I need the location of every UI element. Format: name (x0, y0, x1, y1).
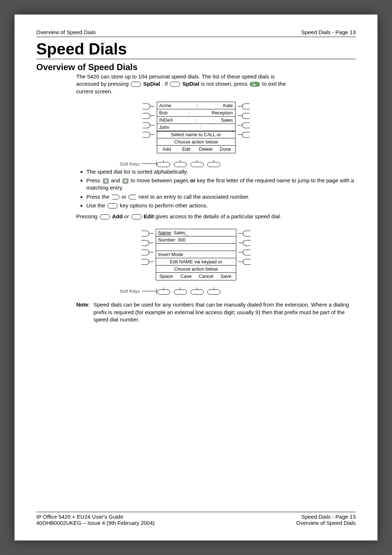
connector-line (149, 230, 154, 237)
right-of-display-button-icon (112, 195, 119, 199)
softkey-buttons (157, 162, 220, 166)
bullet-text: next to an entry to call the associated … (138, 194, 249, 200)
softkey-label: Space (156, 273, 176, 280)
softkey-icon (157, 162, 170, 166)
text: or (124, 213, 131, 219)
bullet-text: or (122, 194, 128, 200)
screen-msg: Select name to CALL or (171, 132, 221, 137)
exit-icon (250, 82, 260, 87)
page-right-icon (122, 178, 128, 184)
connector-line (238, 239, 243, 247)
cell: INDeX (159, 117, 173, 123)
softkey-icon (191, 162, 203, 166)
name-field-label: Name (158, 230, 171, 235)
cell: John (159, 125, 170, 130)
intro-line1: The 5420 can store up to 104 personal sp… (76, 73, 275, 80)
bullet-bold: or (190, 177, 196, 183)
line-button-icon (243, 231, 250, 236)
page-header: Overview of Speed Dials Speed Dials - Pa… (36, 29, 356, 37)
softkey-icon (100, 214, 110, 219)
line-button-icon (143, 132, 150, 138)
text: gives access to the details of a particu… (155, 213, 281, 219)
line-button-icon (143, 122, 150, 128)
bullet-item: The speed dial list is sorted alphabetic… (86, 168, 356, 175)
note-body: Speed dials can be used for any numbers … (94, 301, 356, 323)
line-button-icon (243, 240, 250, 246)
content-area: Speed Dials Overview of Speed Dials The … (36, 39, 356, 507)
page: Overview of Speed Dials Speed Dials - Pa… (15, 15, 377, 540)
softkeys-row-2: Soft Keys (120, 288, 220, 294)
line-button-icon (243, 259, 250, 265)
cell-dots: : (196, 103, 198, 108)
line-button-icon (142, 240, 149, 246)
softkey-label: Add (157, 146, 177, 153)
line-button-icon (243, 250, 250, 255)
softkey-icon (207, 289, 220, 293)
header-left: Overview of Speed Dials (36, 29, 96, 35)
left-button-column (143, 102, 155, 153)
connector-line (150, 103, 155, 110)
number-field: Number: 300 (158, 237, 185, 243)
connector-line (150, 122, 155, 129)
leader-line (142, 163, 156, 164)
connector-line (238, 103, 242, 110)
softkey-label: Edit (176, 146, 196, 153)
bullet-text: The speed dial list is sorted alphabetic… (86, 169, 188, 175)
line-button-icon (143, 113, 150, 119)
line-button-icon (242, 104, 250, 109)
footer-left-2: 40DHB0002UKEG – Issue 4 (9th February 20… (36, 520, 155, 526)
connector-line (149, 258, 154, 266)
section-subtitle: Overview of Speed Dials (36, 62, 356, 72)
bullet-item: Press and to move between pages or key t… (86, 177, 356, 192)
display-diagram-1: Acme:Kate Bob:Reception INDeX:Sales John… (36, 95, 356, 167)
connector-line (238, 249, 243, 256)
line-button-icon (242, 132, 250, 138)
line-button-icon (242, 122, 250, 128)
cell: Kate (223, 103, 233, 108)
add-label: Add (112, 213, 123, 219)
softkey-label: Cancel (196, 273, 216, 280)
cell: Reception (212, 110, 233, 116)
spdial-label-2: SpDial (182, 81, 199, 87)
softkey-icon (191, 289, 203, 293)
header-right: Speed Dials - Page 13 (301, 29, 356, 35)
footer-right-2: Overview of Speed Dials (296, 520, 356, 526)
line-button-icon (142, 259, 149, 265)
softkeys-caption: Soft Keys (120, 288, 140, 294)
spdial-label-1: SpDial (143, 81, 160, 87)
softkey-icon (174, 289, 186, 293)
connector-line (238, 112, 242, 119)
lcd-screen-edit: Name: Sales_ Number: 300 Insert Mode Edi… (156, 229, 236, 280)
cell-dots: : (200, 125, 202, 130)
softkey-labels-row: Add Edit Delete Done (157, 146, 235, 153)
softkey-label: Done (216, 146, 235, 153)
softkey-label: Save (216, 273, 236, 280)
bullet-section: The speed dial list is sorted alphabetic… (76, 168, 356, 220)
line-button-icon (142, 231, 149, 236)
note-label: Note: (76, 301, 90, 323)
page-title: Speed Dials (36, 40, 356, 59)
bullet-text: Press (86, 177, 102, 183)
connector-line (150, 131, 155, 138)
note-section: Note: Speed dials can be used for any nu… (76, 301, 356, 323)
cell: Acme (159, 103, 171, 108)
bullet-text: Press the (86, 194, 111, 200)
bullet-text: to move between pages (131, 177, 190, 183)
cell: Bob (159, 110, 168, 116)
intro-notshown: is not shown, press (201, 81, 249, 87)
right-button-column (238, 229, 250, 280)
connector-line (238, 122, 242, 129)
softkey-icon (131, 214, 142, 219)
cell-dots: : (189, 110, 191, 116)
line-button-icon (242, 113, 250, 119)
softkey-icon (157, 289, 170, 293)
softkey-label: Case (176, 273, 196, 280)
connector-line (150, 112, 155, 119)
leader-line (142, 291, 156, 292)
connector-line (149, 239, 154, 247)
bullet-item: Use the key options to perform other act… (86, 202, 356, 209)
page-left-icon (103, 178, 109, 184)
softkeys-row: Soft Keys (120, 161, 220, 167)
cell-dots: : (196, 117, 198, 123)
screen-msg: Edit NAME via keypad or (170, 259, 222, 264)
